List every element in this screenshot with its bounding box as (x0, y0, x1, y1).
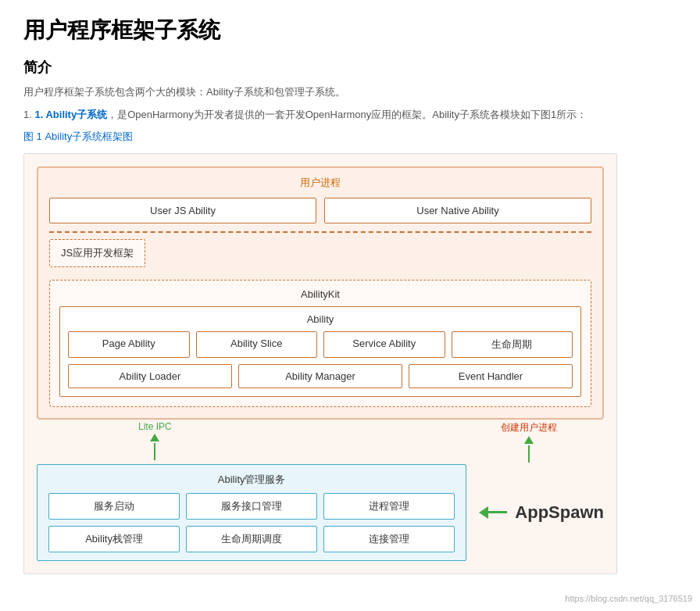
intro-numbering: 1. (23, 109, 34, 120)
arrows-row: Lite IPC 创建用户进程 (37, 421, 604, 464)
lite-ipc-label: Lite IPC (138, 421, 172, 432)
ability-kit-box: AbilityKit Ability Page Ability Ability … (49, 280, 591, 407)
user-native-ability-box: User Native Ability (324, 198, 591, 223)
ability-loader-cell: Ability Loader (68, 364, 232, 388)
service-ability-cell: Service Ability (323, 331, 445, 358)
appspawn-label: AppSpawn (515, 502, 604, 523)
ability-row-2: Ability Loader Ability Manager Event Han… (68, 364, 573, 388)
ability-mgmt-label: Ability管理服务 (48, 473, 455, 487)
ability-slice-cell: Ability Slice (196, 331, 318, 358)
event-handler-cell: Event Handler (409, 364, 573, 388)
lifecycle-schedule-cell: 生命周期调度 (186, 526, 317, 552)
connection-mgmt-cell: 连接管理 (323, 526, 455, 552)
mgmt-row-1: 服务启动 服务接口管理 进程管理 (48, 493, 455, 520)
ability-mgmt-section: Ability管理服务 服务启动 服务接口管理 进程管理 Ability栈管理 … (37, 464, 604, 561)
ability-row-1: Page Ability Ability Slice Service Abili… (68, 331, 573, 358)
create-arrow-head (524, 436, 534, 444)
user-process-box: 用户进程 User JS Ability User Native Ability… (37, 166, 604, 420)
page-ability-cell: Page Ability (68, 331, 190, 358)
process-mgmt-cell: 进程管理 (323, 493, 455, 520)
diagram-container: 用户进程 User JS Ability User Native Ability… (23, 153, 617, 574)
appspawn-arrow (479, 506, 507, 519)
ability-label: Ability (68, 313, 573, 325)
arrow-head-left (479, 506, 488, 519)
ability-stack-cell: Ability栈管理 (48, 526, 180, 552)
js-framework-box: JS应用开发框架 (49, 239, 145, 267)
user-js-ability-box: User JS Ability (49, 198, 316, 223)
lifecycle-cell: 生命周期 (452, 331, 573, 358)
mgmt-row-2: Ability栈管理 生命周期调度 连接管理 (48, 526, 455, 552)
ability-mgmt-box: Ability管理服务 服务启动 服务接口管理 进程管理 Ability栈管理 … (37, 464, 466, 561)
intro-paragraph-2: 1. 1. Ability子系统，是OpenHarmony为开发者提供的一套开发… (23, 107, 677, 123)
figure-label: 图 1 Ability子系统框架图 (23, 130, 677, 144)
user-process-label: 用户进程 (49, 176, 591, 190)
arrow-line-left (488, 511, 507, 513)
lite-ipc-arrow: Lite IPC (138, 421, 172, 464)
ability-kit-label: AbilityKit (59, 288, 581, 300)
section-intro-heading: 简介 (23, 58, 677, 77)
arrow-line-up (154, 443, 155, 460)
js-framework-wrapper: JS应用开发框架 (49, 239, 591, 273)
create-process-arrow: 创建用户进程 (501, 421, 557, 464)
arrow-head-up (150, 434, 159, 441)
create-process-label: 创建用户进程 (501, 421, 557, 434)
ability-inner-box: Ability Page Ability Ability Slice Servi… (59, 306, 581, 397)
intro-paragraph-1: 用户程序框架子系统包含两个大的模块：Ability子系统和包管理子系统。 (23, 84, 677, 101)
appspawn-area: AppSpawn (479, 502, 604, 523)
dashed-separator (49, 231, 591, 233)
ability-manager-cell: Ability Manager (238, 364, 402, 388)
service-interface-cell: 服务接口管理 (186, 493, 317, 520)
page-title: 用户程序框架子系统 (23, 16, 677, 45)
ability-subsystem-link[interactable]: 1. Ability子系统 (34, 109, 107, 120)
create-arrow-line (528, 445, 530, 463)
top-ability-row: User JS Ability User Native Ability (49, 198, 591, 223)
service-start-cell: 服务启动 (48, 493, 180, 520)
